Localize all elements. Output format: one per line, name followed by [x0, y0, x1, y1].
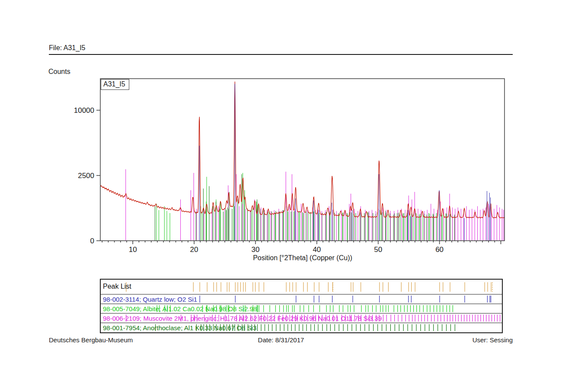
svg-text:20: 20 [190, 245, 198, 254]
footer-user: User: Sessing [473, 336, 513, 344]
svg-text:0: 0 [90, 237, 94, 245]
svg-text:60: 60 [435, 245, 444, 254]
phase-row-label-anorthoclase: 98-001-7954; Anorthoclase; Al1 K0.33 Na0… [103, 324, 256, 331]
phase-row-label-muscovite: 98-006-2109; Muscovite 2M1, phengitic; H… [103, 315, 382, 322]
svg-text:30: 30 [251, 245, 259, 254]
peak-list-ticks-quartz [200, 296, 491, 303]
report-page: File: A31_I5 Counts 10203040506002500100… [0, 0, 562, 392]
footer-organization: Deutsches Bergbau-Museum [49, 336, 133, 344]
x-axis-title: Position [°2Theta] (Copper (Cu)) [253, 254, 352, 262]
svg-text:10000: 10000 [74, 106, 94, 115]
peak-list-header-ticks [126, 282, 492, 292]
footer-date: Date: 8/31/2017 [258, 336, 304, 344]
peak-list-header-label: Peak List [103, 283, 131, 290]
svg-text:40: 40 [313, 245, 321, 254]
peak-list-panel: Peak List 98-002-3114; Quartz low; O2 Si… [100, 279, 503, 333]
phase-row-label-quartz: 98-002-3114; Quartz low; O2 Si1 [103, 296, 197, 303]
xrd-chart-svg: 1020304050600250010000 [0, 0, 562, 277]
scan-label: A31_I5 [101, 79, 129, 90]
phase-lines-anorthoclase [155, 174, 455, 241]
measured-pattern [100, 82, 505, 218]
svg-text:50: 50 [374, 245, 382, 254]
phase-row-label-albite: 98-005-7049; Albite; Al1.02 Ca0.02 Na0.9… [103, 305, 257, 312]
svg-text:2500: 2500 [78, 172, 94, 180]
svg-text:10: 10 [129, 245, 137, 254]
